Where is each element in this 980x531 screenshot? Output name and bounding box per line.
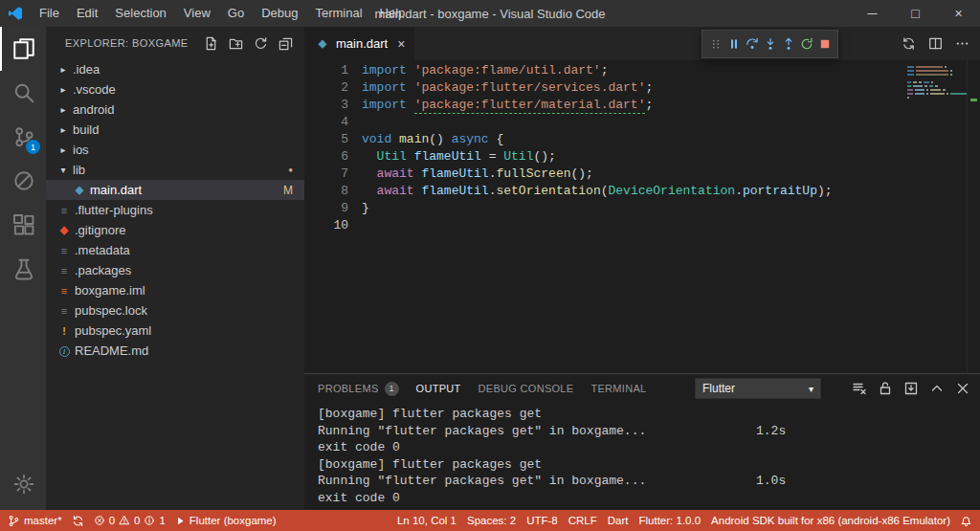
step-into-button[interactable] xyxy=(761,33,779,55)
activity-settings[interactable] xyxy=(0,462,46,506)
tree-item--idea[interactable]: ▸.idea xyxy=(46,59,304,79)
new-folder-button[interactable] xyxy=(226,33,245,53)
code-line-6[interactable]: Util flameUtil = Util(); xyxy=(362,148,980,166)
step-over-button[interactable] xyxy=(743,33,761,55)
activity-debug[interactable] xyxy=(0,159,46,203)
tree-item--vscode[interactable]: ▸.vscode xyxy=(46,79,304,100)
status-flutter-version[interactable]: Flutter: 1.0.0 xyxy=(639,515,702,526)
tree-item-build[interactable]: ▸build xyxy=(46,120,304,140)
activity-search[interactable] xyxy=(0,71,46,115)
refresh-button[interactable] xyxy=(251,33,270,53)
new-folder-icon xyxy=(229,36,243,51)
tree-item-label: lib xyxy=(73,163,85,177)
menu-edit[interactable]: Edit xyxy=(68,0,106,27)
tree-item--gitignore[interactable]: ◆.gitignore xyxy=(46,220,304,240)
code-line-1[interactable]: import 'package:flame/util.dart'; xyxy=(362,62,980,79)
status-eol[interactable]: CRLF xyxy=(568,515,597,526)
panel-tab-debug-console[interactable]: DEBUG CONSOLE xyxy=(479,382,574,396)
git-branch-status[interactable]: master* xyxy=(8,515,62,527)
maximize-panel-icon[interactable] xyxy=(927,379,947,398)
menu-view[interactable]: View xyxy=(175,0,219,27)
refresh-icon xyxy=(254,36,268,51)
status-language-mode[interactable]: Dart xyxy=(608,515,629,526)
generic-file-icon: ≡ xyxy=(56,205,73,216)
status-cursor-position[interactable]: Ln 10, Col 1 xyxy=(397,515,457,526)
restart-button[interactable] xyxy=(797,33,815,55)
tree-item--flutter-plugins[interactable]: ≡.flutter-plugins xyxy=(46,200,304,220)
status-device-selector[interactable]: Android SDK built for x86 (android-x86 E… xyxy=(711,515,950,526)
code-line-2[interactable]: import 'package:flutter/services.dart'; xyxy=(362,79,980,97)
code-line-5[interactable]: void main() async { xyxy=(362,131,980,148)
status-encoding[interactable]: UTF-8 xyxy=(526,515,558,526)
menu-go[interactable]: Go xyxy=(219,0,253,27)
tree-item-lib[interactable]: ▾lib● xyxy=(46,160,304,180)
minimize-button[interactable]: ─ xyxy=(851,0,894,27)
tree-item-boxgame-iml[interactable]: ≡boxgame.iml xyxy=(46,280,304,300)
menu-selection[interactable]: Selection xyxy=(106,0,174,27)
activity-extensions[interactable] xyxy=(0,203,46,247)
tab-label: main.dart xyxy=(336,36,388,51)
code-line-9[interactable]: } xyxy=(362,200,980,217)
menu-debug[interactable]: Debug xyxy=(253,0,306,27)
output-text: Running "flutter packages get" in boxgam… xyxy=(318,424,646,438)
tree-item-android[interactable]: ▸android xyxy=(46,100,304,120)
unlock-icon[interactable] xyxy=(876,379,895,398)
pause-button[interactable] xyxy=(724,33,743,55)
problems-status[interactable]: 0 0 1 xyxy=(94,515,166,526)
maximize-button[interactable]: □ xyxy=(894,0,937,27)
tree-item-pubspec-lock[interactable]: ≡pubspec.lock xyxy=(46,300,304,321)
code-line-7[interactable]: await flameUtil.fullScreen(); xyxy=(362,166,980,183)
tree-item-pubspec-yaml[interactable]: !pubspec.yaml xyxy=(46,321,304,341)
tab-main-dart[interactable]: ◆ main.dart × xyxy=(304,27,414,60)
tree-item-readme-md[interactable]: iREADME.md xyxy=(46,341,304,361)
code-line-4[interactable] xyxy=(362,114,980,131)
close-button[interactable]: × xyxy=(937,0,980,27)
scrollbar[interactable] xyxy=(967,60,980,373)
line-number: 5 xyxy=(304,131,348,148)
activity-source-control[interactable]: 1 xyxy=(0,115,46,159)
tree-item--packages[interactable]: ≡.packages xyxy=(46,260,304,280)
split-editor-button[interactable] xyxy=(923,32,947,56)
stop-button[interactable] xyxy=(815,33,834,55)
drag-handle-icon[interactable] xyxy=(706,33,724,55)
close-panel-icon[interactable] xyxy=(953,379,972,398)
status-bar: master* 0 0 1 Flutter (boxgame) Ln 10, C… xyxy=(0,510,980,531)
run-target-label: Flutter (boxgame) xyxy=(189,515,277,526)
status-indentation[interactable]: Spaces: 2 xyxy=(467,515,516,526)
tree-item-ios[interactable]: ▸ios xyxy=(46,140,304,160)
explorer-actions xyxy=(201,33,295,53)
more-button[interactable] xyxy=(949,32,974,56)
collapse-all-button[interactable] xyxy=(276,33,295,53)
step-out-button[interactable] xyxy=(779,33,797,55)
output-channel-select[interactable]: Flutter ▾ xyxy=(695,378,821,399)
chevron-down-icon: ▾ xyxy=(56,165,71,175)
panel-tab-output[interactable]: OUTPUT xyxy=(416,382,461,396)
tab-close-icon[interactable]: × xyxy=(397,36,405,52)
new-file-button[interactable] xyxy=(201,33,220,53)
panel-tab-terminal[interactable]: TERMINAL xyxy=(590,382,646,396)
panel-tab-problems[interactable]: PROBLEMS 1 xyxy=(318,382,399,396)
clear-output-icon[interactable] xyxy=(850,379,869,398)
code-line-10[interactable] xyxy=(362,217,980,234)
panel-tab-label: DEBUG CONSOLE xyxy=(479,383,574,394)
scroll-lock-icon[interactable] xyxy=(902,379,921,398)
activity-explorer[interactable] xyxy=(0,27,46,71)
output-channel-value: Flutter xyxy=(702,382,735,395)
minimap[interactable] xyxy=(903,63,965,105)
tree-item-label: .metadata xyxy=(75,243,130,257)
code-line-8[interactable]: await flameUtil.setOrientation(DeviceOri… xyxy=(362,183,980,200)
notifications-status[interactable] xyxy=(960,515,972,527)
code-line-3[interactable]: import 'package:flutter/material.dart'; xyxy=(362,97,980,114)
tree-item-label: pubspec.lock xyxy=(75,303,147,318)
output-content[interactable]: [boxgame] flutter packages getRunning "f… xyxy=(304,403,980,510)
menu-file[interactable]: File xyxy=(31,0,68,27)
tree-item-main-dart[interactable]: ◆main.dartM xyxy=(46,180,304,200)
tree-item--metadata[interactable]: ≡.metadata xyxy=(46,240,304,260)
menu-terminal[interactable]: Terminal xyxy=(306,0,370,27)
flutter-run-status[interactable]: Flutter (boxgame) xyxy=(175,515,277,526)
sync-status[interactable] xyxy=(72,515,84,527)
code-editor[interactable]: 12345678910 import 'package:flame/util.d… xyxy=(304,60,980,373)
explorer-header: EXPLORER: BOXGAME xyxy=(46,27,304,59)
sync-button[interactable] xyxy=(896,32,921,56)
activity-test[interactable] xyxy=(0,247,46,291)
